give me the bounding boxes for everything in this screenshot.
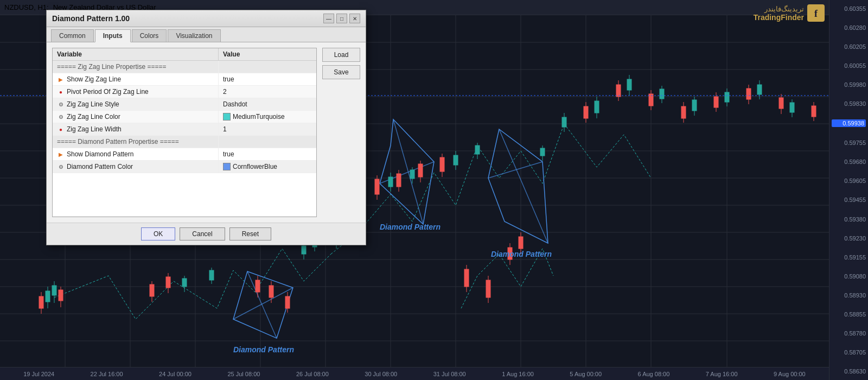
time-2: 24 Jul 00:00 <box>159 371 192 377</box>
cell-empty-2 <box>219 140 316 143</box>
price-15: 0.58855 <box>832 311 866 318</box>
table-row: ▶ Show Zig Zag Line true <box>53 73 316 86</box>
circle-icon: ● <box>57 88 65 96</box>
maximize-button[interactable]: □ <box>336 14 347 23</box>
time-1: 22 Jul 16:00 <box>91 371 123 377</box>
svg-rect-83 <box>269 286 273 297</box>
time-10: 7 Aug 16:00 <box>706 371 738 377</box>
svg-rect-109 <box>681 106 686 118</box>
ok-button[interactable]: OK <box>141 227 175 240</box>
price-17: 0.58705 <box>832 349 866 356</box>
table-row: ● Pivot Period Of Zig Zag Line 2 <box>53 86 316 98</box>
close-button[interactable]: ✕ <box>349 14 360 23</box>
time-0: 19 Jul 2024 <box>23 371 54 377</box>
table-row: ▶ Show Diamond Pattern true <box>53 148 316 161</box>
save-button[interactable]: Save <box>322 65 360 79</box>
time-8: 5 Aug 00:00 <box>570 371 602 377</box>
inputs-table: Variable Value ===== Zig Zag Line Proper… <box>52 48 317 217</box>
svg-rect-49 <box>410 170 414 179</box>
reset-button[interactable]: Reset <box>229 227 271 240</box>
price-18: 0.58630 <box>832 368 866 375</box>
cell-zigzag-color-val[interactable]: MediumTurquoise <box>219 111 316 122</box>
time-11: 9 Aug 00:00 <box>774 371 806 377</box>
cell-zigzag-width: ● Zig Zag Line Width <box>53 123 219 135</box>
cell-pivot-period: ● Pivot Period Of Zig Zag Line <box>53 86 219 98</box>
color-swatch-turquoise <box>223 113 231 121</box>
price-8: 0.59605 <box>832 178 866 184</box>
table-row: ⚙ Diamond Pattern Color CornflowerBlue <box>53 161 316 173</box>
circle-icon-2: ● <box>57 125 65 133</box>
price-6: 0.59755 <box>832 140 866 146</box>
cell-pivot-period-val[interactable]: 2 <box>219 86 316 97</box>
gear-icon: ⚙ <box>57 100 65 108</box>
time-4: 26 Jul 08:00 <box>296 371 329 377</box>
svg-rect-87 <box>375 179 379 194</box>
svg-rect-33 <box>46 291 50 302</box>
svg-rect-93 <box>440 157 444 172</box>
svg-marker-23 <box>233 271 293 338</box>
price-0: 0.60355 <box>832 5 866 12</box>
svg-rect-51 <box>454 155 458 165</box>
svg-line-24 <box>247 271 277 338</box>
table-row: ● Zig Zag Line Width 1 <box>53 123 316 136</box>
tab-visualization[interactable]: Visualization <box>168 29 220 42</box>
time-7: 1 Aug 16:00 <box>502 371 534 377</box>
price-axis: 0.60355 0.60280 0.60205 0.60055 0.59980 … <box>829 0 868 380</box>
cancel-button[interactable]: Cancel <box>180 227 225 240</box>
time-axis: 19 Jul 2024 22 Jul 16:00 24 Jul 00:00 25… <box>0 367 829 380</box>
svg-rect-59 <box>595 101 599 113</box>
svg-rect-41 <box>302 246 306 254</box>
logo-text-arabic: تریدینگ‌فایندر <box>754 5 804 13</box>
price-2: 0.60205 <box>832 43 866 50</box>
tab-common[interactable]: Common <box>51 29 94 42</box>
cell-show-zigzag: ▶ Show Zig Zag Line <box>53 73 219 85</box>
svg-rect-103 <box>584 106 588 118</box>
svg-rect-61 <box>627 79 631 90</box>
price-10: 0.59380 <box>832 216 866 223</box>
svg-rect-57 <box>562 117 566 127</box>
load-button[interactable]: Load <box>322 48 360 62</box>
col-variable: Variable <box>53 48 219 60</box>
price-12: 0.59155 <box>832 254 866 261</box>
arrow-icon-2: ▶ <box>57 150 65 158</box>
table-row: ===== Zig Zag Line Propertise ===== <box>53 61 316 73</box>
dialog-footer: OK Cancel Reset <box>47 223 366 245</box>
cell-empty-1 <box>219 65 316 68</box>
cell-show-diamond-val[interactable]: true <box>219 149 316 160</box>
dialog-tabs: Common Inputs Colors Visualization <box>47 27 366 42</box>
tab-colors[interactable]: Colors <box>132 29 167 42</box>
table-header: Variable Value <box>53 48 316 61</box>
cell-diamond-color-val[interactable]: CornflowerBlue <box>219 161 316 172</box>
time-3: 25 Jul 08:00 <box>227 371 260 377</box>
logo-text-english: TradingFinder <box>754 13 804 22</box>
table-empty-space <box>53 173 316 217</box>
svg-rect-73 <box>39 296 43 308</box>
price-11: 0.59230 <box>832 235 866 242</box>
svg-marker-29 <box>488 129 548 243</box>
tab-inputs[interactable]: Inputs <box>95 29 131 42</box>
price-3: 0.60055 <box>832 62 866 69</box>
svg-rect-77 <box>150 284 154 296</box>
svg-rect-111 <box>714 97 718 107</box>
price-9: 0.59455 <box>832 197 866 203</box>
dialog-titlebar: Diamond Pattern 1.00 — □ ✕ <box>47 10 366 27</box>
minimize-button[interactable]: — <box>323 14 334 23</box>
svg-rect-117 <box>812 106 816 117</box>
gear-icon-2: ⚙ <box>57 113 65 121</box>
price-1: 0.60280 <box>832 24 866 31</box>
time-6: 31 Jul 08:00 <box>433 371 466 377</box>
svg-rect-79 <box>166 277 170 288</box>
dialog-window[interactable]: Diamond Pattern 1.00 — □ ✕ Common Inputs… <box>46 10 366 245</box>
col-value: Value <box>219 48 316 60</box>
cell-zigzag-style-val[interactable]: Dashdot <box>219 99 316 110</box>
svg-line-28 <box>380 162 434 183</box>
cell-zigzag-style: ⚙ Zig Zag Line Style <box>53 98 219 110</box>
cell-zigzag-width-val[interactable]: 1 <box>219 124 316 135</box>
svg-rect-115 <box>779 98 783 109</box>
cell-show-zigzag-val[interactable]: true <box>219 74 316 85</box>
svg-rect-101 <box>519 237 523 249</box>
svg-rect-85 <box>285 296 290 308</box>
table-row: ⚙ Zig Zag Line Color MediumTurquoise <box>53 111 316 123</box>
price-14: 0.58930 <box>832 292 866 299</box>
price-4: 0.59980 <box>832 81 866 88</box>
